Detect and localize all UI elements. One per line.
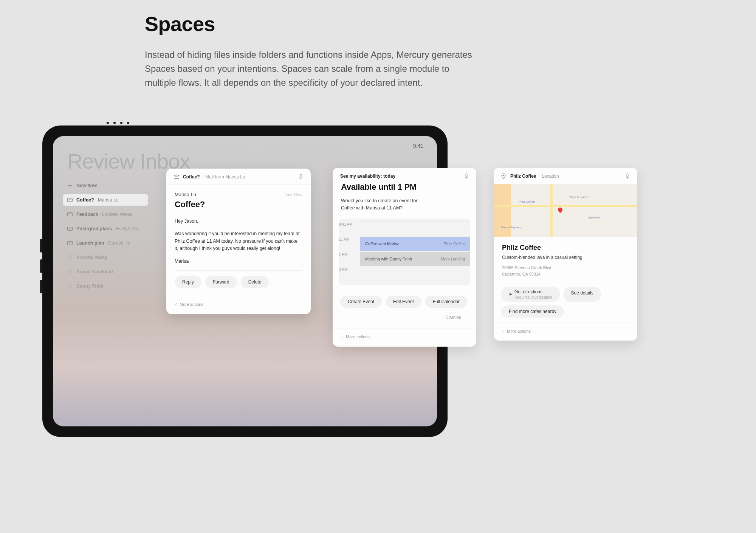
see-details-button[interactable]: See details xyxy=(564,287,601,302)
availability-card: See my availability: today Available unt… xyxy=(333,168,476,347)
tablet-notches xyxy=(107,122,129,124)
find-nearby-button[interactable]: Find more cafés nearby xyxy=(501,305,564,318)
reply-button[interactable]: Reply xyxy=(175,276,201,288)
mic-icon[interactable] xyxy=(625,173,630,179)
sidebar-item-sub: Lindsey Weiss xyxy=(102,212,132,217)
more-actions-button[interactable]: ⁙ More actions xyxy=(174,298,203,307)
sidebar-item-coffee[interactable]: Coffee? · Marisa Lu xyxy=(63,194,148,206)
mail-greeting: Hey Jason, xyxy=(175,218,302,225)
schedule-time: 1 PM xyxy=(339,252,360,267)
mail-from: Marisa Lu xyxy=(175,192,196,197)
mail-icon xyxy=(67,198,73,202)
sidebar-item-label: Advait Kalakkad xyxy=(76,269,113,274)
mail-signoff: Marisa xyxy=(175,258,302,265)
event-location: Philz Coffee xyxy=(444,242,465,246)
sidebar-item-sub: Evelyn Ma xyxy=(116,226,138,231)
more-icon: ⁙ xyxy=(174,302,177,307)
mic-icon[interactable] xyxy=(464,173,469,179)
mic-icon[interactable] xyxy=(299,174,303,180)
more-icon: ⁙ xyxy=(340,335,343,339)
dismiss-button[interactable]: Dismiss xyxy=(438,311,469,324)
map-preview[interactable]: Philz Coffee Tiger Aquatics Safeway Pand… xyxy=(494,184,637,237)
chat-icon xyxy=(67,256,73,259)
availability-card-header: See my availability: today xyxy=(333,168,476,181)
sidebar-item-victoria[interactable]: Victoria Wang xyxy=(63,252,148,263)
more-actions-button[interactable]: ⁙ More actions xyxy=(340,331,370,339)
svg-point-5 xyxy=(68,270,72,273)
location-address-1: 20686 Stevens Creek Blvd xyxy=(502,265,629,271)
get-directions-button[interactable]: ➤ Get directions Requires your location xyxy=(501,287,560,302)
mail-icon xyxy=(67,241,73,245)
event-title: Coffee with Marisa xyxy=(365,242,400,246)
location-address-2: Cupertino, CA 95014 xyxy=(502,271,629,277)
availability-context: See my availability: today xyxy=(340,174,395,179)
edit-event-button[interactable]: Edit Event xyxy=(386,296,421,308)
mail-icon xyxy=(174,175,180,179)
event-location: Mars Landing xyxy=(441,257,465,261)
sidebar-item-feedback[interactable]: Feedback · Lindsey Weiss xyxy=(63,209,148,220)
pin-icon xyxy=(501,174,507,178)
location-card-header: Philz Coffee · Location xyxy=(494,168,637,184)
sidebar-new-flow[interactable]: New flow xyxy=(63,180,148,191)
mail-paragraph: Was wondering if you'd be interested in … xyxy=(175,230,302,252)
sidebar-item-sub: Derrick Ho xyxy=(108,240,130,246)
get-directions-sub: Requires your location xyxy=(514,295,552,299)
svg-point-10 xyxy=(503,175,504,176)
svg-rect-11 xyxy=(627,174,628,177)
hero-title: Spaces xyxy=(145,12,485,36)
sidebar-item-danny[interactable]: Danny Trinh xyxy=(63,280,148,292)
sidebar-item-label: Coffee? xyxy=(76,197,94,203)
status-time: 9:41 xyxy=(413,143,423,149)
chat-icon xyxy=(67,270,73,274)
more-actions-label: More actions xyxy=(346,335,370,339)
svg-rect-9 xyxy=(466,174,467,177)
hero-body: Instead of hiding files inside folders a… xyxy=(145,48,477,90)
svg-point-6 xyxy=(68,284,72,288)
hero-copy: Spaces Instead of hiding files inside fo… xyxy=(145,12,485,90)
navigate-icon: ➤ xyxy=(509,292,512,297)
sidebar-item-launchplan[interactable]: Launch plan · Derrick Ho xyxy=(63,237,148,249)
schedule-event-coffee[interactable]: Coffee with Marisa Philz Coffee xyxy=(360,237,470,251)
tablet-side-buttons xyxy=(40,239,42,293)
get-directions-label: Get directions xyxy=(514,289,542,294)
mail-when: Just Now xyxy=(285,192,302,197)
sidebar-item-label: Danny Trinh xyxy=(76,284,104,289)
create-event-button[interactable]: Create Event xyxy=(340,296,382,308)
more-actions-label: More actions xyxy=(180,302,203,307)
sidebar-item-label: Post-grad plans xyxy=(76,226,112,231)
forward-button[interactable]: Forward xyxy=(205,276,237,288)
delete-button[interactable]: Delete xyxy=(241,276,269,288)
location-card: Philz Coffee · Location Philz Coffee Tig… xyxy=(494,168,637,341)
mail-icon xyxy=(67,212,73,216)
schedule-event-meeting[interactable]: Meeting with Danny Trinh Mars Landing xyxy=(360,252,470,266)
mail-subject: Coffee? xyxy=(175,200,302,209)
full-calendar-button[interactable]: Full Calendar xyxy=(425,296,467,308)
sidebar-item-postgrad[interactable]: Post-grad plans · Evelyn Ma xyxy=(63,223,148,234)
location-context-title: Philz Coffee xyxy=(510,174,536,179)
plus-icon xyxy=(67,184,73,187)
sidebar-item-label: Feedback xyxy=(76,212,98,217)
map-pin-icon xyxy=(557,207,564,213)
sidebar-item-sub: Marisa Lu xyxy=(98,197,119,203)
location-context-sub: Location xyxy=(542,174,559,179)
sidebar-new-flow-label: New flow xyxy=(76,183,97,188)
more-icon: ⁙ xyxy=(501,328,504,333)
sidebar-item-label: Launch plan xyxy=(76,240,104,246)
sidebar-item-label: Victoria Wang xyxy=(76,255,108,260)
schedule-time: 9:41 AM xyxy=(339,222,360,237)
availability-headline: Available until 1 PM xyxy=(333,181,476,197)
location-title: Philz Coffee xyxy=(502,244,629,252)
schedule-preview: 9:41 AM 11 AM Coffee with Marisa Philz C… xyxy=(339,218,470,285)
chat-icon xyxy=(67,284,73,288)
svg-rect-8 xyxy=(300,174,302,177)
sidebar-item-advait[interactable]: Advait Kalakkad xyxy=(63,266,148,277)
mail-card: Coffee? · Mail from Marisa Lu Marisa Lu … xyxy=(166,169,311,314)
event-title: Meeting with Danny Trinh xyxy=(365,257,412,261)
availability-question: Would you like to create an event for Co… xyxy=(333,197,427,218)
location-description: Custom-blended java in a casual setting. xyxy=(502,255,629,260)
mail-context-title: Coffee? xyxy=(183,174,200,180)
more-actions-button[interactable]: ⁙ More actions xyxy=(501,325,531,333)
more-actions-label: More actions xyxy=(507,329,531,333)
schedule-time: 11 AM xyxy=(339,237,360,252)
sidebar: New flow Coffee? · Marisa Lu Feedback · … xyxy=(63,180,148,295)
